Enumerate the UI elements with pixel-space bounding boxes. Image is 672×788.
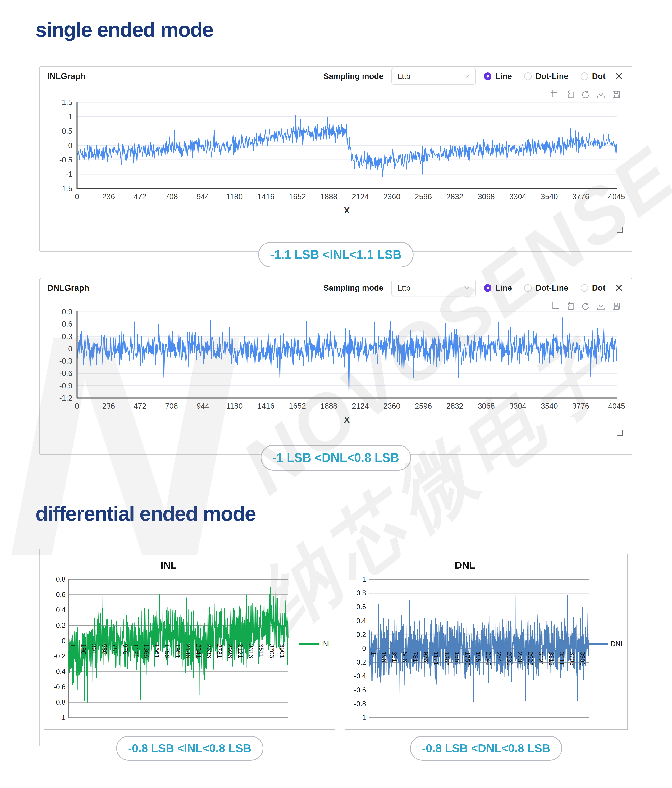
svg-text:-0.2: -0.2: [354, 658, 366, 666]
radio-dot[interactable]: Dot: [581, 71, 605, 81]
save-icon[interactable]: [612, 90, 621, 99]
svg-text:3316: 3316: [548, 651, 555, 666]
svg-text:3121: 3121: [237, 644, 244, 658]
svg-text:1180: 1180: [226, 402, 243, 410]
svg-text:1756: 1756: [464, 651, 471, 666]
svg-text:2536: 2536: [205, 644, 213, 658]
svg-text:-1: -1: [59, 714, 65, 721]
inl-diff-chart: 0.80.60.40.20-0.2-0.4-0.6-0.8-1119639158…: [47, 575, 296, 723]
inl-diff-range-badge: -0.8 LSB <INL<0.8 LSB: [116, 736, 263, 761]
sampling-mode-label: Sampling mode: [323, 71, 383, 81]
svg-text:391: 391: [91, 644, 97, 655]
close-icon[interactable]: ✕: [613, 71, 624, 81]
svg-text:-0.4: -0.4: [354, 672, 366, 680]
history-back-icon[interactable]: [566, 90, 575, 99]
svg-text:0.6: 0.6: [62, 320, 72, 328]
inl-graph-panel: INLGraph Sampling mode Lttb Line Dot-Lin…: [39, 66, 632, 252]
close-icon[interactable]: ✕: [613, 283, 624, 293]
svg-text:2832: 2832: [446, 402, 463, 410]
svg-text:3706: 3706: [268, 644, 275, 658]
svg-text:2124: 2124: [352, 192, 369, 201]
svg-text:-1: -1: [65, 170, 72, 178]
svg-text:2341: 2341: [195, 644, 202, 658]
svg-text:1171: 1171: [132, 644, 139, 658]
svg-text:3068: 3068: [478, 192, 495, 201]
svg-text:781: 781: [111, 644, 118, 655]
svg-text:196: 196: [80, 644, 87, 655]
chart-title: INL: [44, 559, 293, 571]
svg-text:X: X: [344, 415, 350, 424]
svg-text:3540: 3540: [541, 402, 558, 410]
svg-text:0.6: 0.6: [356, 603, 366, 611]
svg-text:-0.6: -0.6: [54, 683, 65, 691]
svg-text:-1.2: -1.2: [59, 394, 72, 402]
radio-dot-line[interactable]: Dot-Line: [524, 71, 568, 81]
resize-handle-icon[interactable]: [617, 227, 623, 233]
svg-text:708: 708: [165, 192, 178, 201]
svg-text:0.9: 0.9: [62, 309, 72, 316]
svg-text:781: 781: [412, 651, 419, 662]
panel-title: INLGraph: [47, 71, 86, 81]
svg-text:236: 236: [102, 402, 115, 410]
download-icon[interactable]: [596, 90, 605, 99]
svg-text:1561: 1561: [454, 651, 461, 666]
svg-text:0.6: 0.6: [56, 591, 65, 599]
sampling-mode-value: Lttb: [397, 72, 410, 81]
svg-text:2731: 2731: [216, 644, 223, 658]
dnl-range-badge: -1 LSB <DNL<0.8 LSB: [261, 445, 411, 470]
svg-text:-0.5: -0.5: [59, 156, 72, 164]
svg-text:3121: 3121: [537, 651, 544, 666]
svg-text:1.5: 1.5: [62, 100, 72, 106]
radio-dot-line[interactable]: Dot-Line: [524, 283, 568, 292]
svg-text:-1: -1: [360, 714, 366, 721]
svg-text:4045: 4045: [608, 402, 625, 410]
svg-text:1951: 1951: [475, 651, 482, 666]
radio-selected-icon: [484, 72, 491, 80]
dnl-line-chart[interactable]: 0.90.60.30-0.3-0.6-0.9-1.202364727089441…: [44, 309, 629, 428]
sampling-mode-select[interactable]: Lttb: [391, 68, 476, 85]
differential-charts-container: INL 0.80.60.40.20-0.2-0.4-0.6-0.8-111963…: [39, 549, 631, 746]
legend: DNL: [588, 640, 624, 648]
svg-text:-1.5: -1.5: [59, 184, 72, 193]
svg-text:3901: 3901: [279, 644, 286, 658]
svg-text:0.4: 0.4: [56, 606, 65, 614]
svg-text:0.8: 0.8: [56, 575, 65, 583]
svg-text:2146: 2146: [485, 651, 492, 666]
svg-text:1652: 1652: [289, 402, 306, 410]
svg-text:0.3: 0.3: [62, 332, 72, 341]
svg-text:1: 1: [370, 651, 377, 655]
svg-text:3316: 3316: [247, 644, 254, 658]
svg-text:-0.9: -0.9: [59, 381, 72, 390]
svg-text:1888: 1888: [320, 192, 337, 201]
svg-text:1: 1: [362, 575, 366, 583]
svg-text:1366: 1366: [143, 644, 150, 658]
dnl-diff-chart: 10.80.60.40.20-0.2-0.4-0.6-0.8-111963915…: [348, 575, 597, 723]
sampling-mode-value: Lttb: [397, 284, 410, 292]
svg-text:2360: 2360: [383, 402, 400, 410]
section-title-single-ended: single ended mode: [35, 17, 213, 41]
resize-handle-icon[interactable]: [617, 430, 623, 436]
svg-text:236: 236: [102, 192, 115, 201]
legend-line-icon: [299, 643, 319, 645]
refresh-icon[interactable]: [581, 90, 590, 99]
svg-text:1888: 1888: [320, 402, 337, 410]
radio-line[interactable]: Line: [484, 71, 512, 81]
svg-text:0: 0: [62, 637, 65, 645]
radio-line[interactable]: Line: [484, 283, 512, 292]
inl-panel-header: INLGraph Sampling mode Lttb Line Dot-Lin…: [40, 67, 632, 86]
sampling-mode-select[interactable]: Lttb: [391, 280, 476, 296]
svg-text:1366: 1366: [443, 651, 450, 666]
svg-text:3776: 3776: [572, 402, 589, 410]
svg-text:0.8: 0.8: [356, 589, 366, 597]
svg-text:-0.6: -0.6: [59, 369, 72, 377]
svg-text:2832: 2832: [446, 192, 463, 201]
radio-dot[interactable]: Dot: [581, 283, 605, 292]
crop-icon[interactable]: [551, 90, 559, 99]
chart-title: DNL: [345, 559, 585, 571]
legend-line-icon: [588, 643, 608, 645]
plot-style-radio-group: Line Dot-Line Dot: [484, 71, 605, 81]
svg-text:472: 472: [133, 402, 146, 410]
inl-line-chart[interactable]: 1.510.50-0.5-1-1.50236472708944118014161…: [44, 100, 629, 218]
radio-unselected-icon: [581, 72, 588, 80]
svg-text:586: 586: [402, 651, 408, 662]
